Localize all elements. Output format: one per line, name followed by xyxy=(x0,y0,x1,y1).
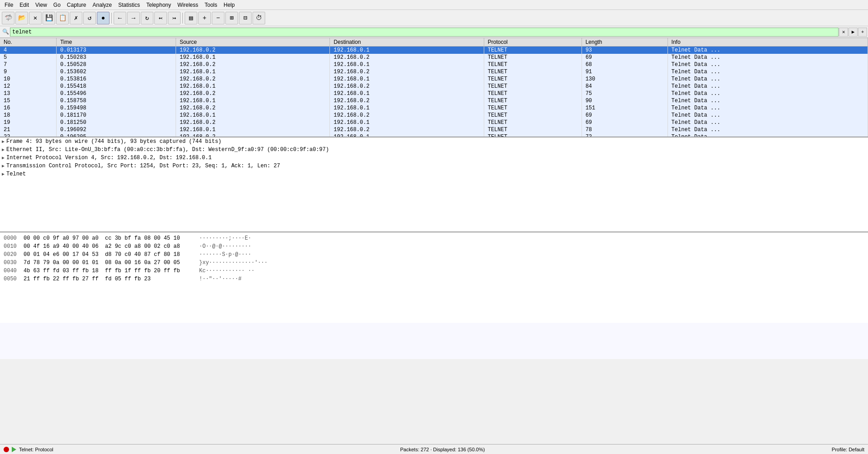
hex-dump: 000000 00 c0 9f a0 97 00 a0 cc 3b bf fa … xyxy=(0,232,868,323)
table-row[interactable]: 180.181170192.168.0.1192.168.0.2TELNET69… xyxy=(0,112,868,119)
cap-start-toolbar-btn[interactable]: ● xyxy=(97,12,110,24)
col-length[interactable]: Length xyxy=(582,38,668,47)
table-row[interactable]: 190.181250192.168.0.2192.168.0.1TELNET69… xyxy=(0,119,868,126)
menu-file[interactable]: File xyxy=(2,1,16,9)
menu-view[interactable]: View xyxy=(33,1,50,9)
forward-toolbar-btn[interactable]: → xyxy=(127,12,140,24)
menu-help[interactable]: Help xyxy=(221,1,238,9)
collapse-toolbar-btn[interactable]: ⊟ xyxy=(239,12,252,24)
packet-list-container: No. Time Source Destination Protocol Len… xyxy=(0,38,868,137)
hex-offset: 0000 xyxy=(4,234,20,242)
cell-info: Telnet Data ... xyxy=(668,104,868,112)
cell-destination: 192.168.0.1 xyxy=(330,76,484,83)
hex-offset: 0010 xyxy=(4,242,20,251)
table-row[interactable]: 150.158758192.168.0.1192.168.0.2TELNET90… xyxy=(0,97,868,104)
cell-info: Telnet Data ... xyxy=(668,90,868,97)
filter-input[interactable] xyxy=(10,28,839,37)
cell-destination: 192.168.0.1 xyxy=(330,104,484,112)
cell-time: 0.181250 xyxy=(56,119,176,126)
cell-destination: 192.168.0.2 xyxy=(330,83,484,90)
cell-protocol: TELNET xyxy=(484,104,582,112)
time-toolbar-btn[interactable]: ⏱ xyxy=(253,12,265,24)
close-cap-toolbar-btn[interactable]: ✕ xyxy=(29,12,42,24)
table-row[interactable]: 210.196092192.168.0.1192.168.0.2TELNET78… xyxy=(0,126,868,133)
table-row[interactable]: 100.153816192.168.0.2192.168.0.1TELNET13… xyxy=(0,76,868,83)
filter-clear-button[interactable]: ✕ xyxy=(839,28,848,37)
table-row[interactable]: 50.150283192.168.0.1192.168.0.2TELNET69T… xyxy=(0,54,868,61)
col-destination[interactable]: Destination xyxy=(330,38,484,47)
cell-destination: 192.168.0.1 xyxy=(330,133,484,137)
filter-apply-button[interactable]: ▶ xyxy=(849,28,858,37)
zin-toolbar-btn[interactable]: + xyxy=(198,12,211,24)
cell-length: 69 xyxy=(582,119,668,126)
hex-row: 002000 01 04 e6 00 17 04 53 d8 70 c0 40 … xyxy=(4,251,864,259)
cell-protocol: TELNET xyxy=(484,119,582,126)
detail-row[interactable]: ▶Ethernet II, Src: Lite-OnU_3b:bf:fa (00… xyxy=(0,146,868,154)
cell-length: 151 xyxy=(582,104,668,112)
export-toolbar-btn[interactable]: ✗ xyxy=(70,12,82,24)
hex-row: 00404b 63 ff fd 03 ff fb 18 ff fb 1f ff … xyxy=(4,267,864,275)
jfwd-toolbar-btn[interactable]: ↣ xyxy=(168,12,181,24)
back-toolbar-btn[interactable]: ← xyxy=(114,12,126,24)
table-row[interactable]: 40.013173192.168.0.2192.168.0.1TELNET93T… xyxy=(0,47,868,54)
prev-toolbar-btn[interactable]: ↻ xyxy=(141,12,153,24)
detail-row[interactable]: ▶Transmission Control Protocol, Src Port… xyxy=(0,162,868,170)
cell-time: 0.155418 xyxy=(56,83,176,90)
menu-statistics[interactable]: Statistics xyxy=(115,1,143,9)
col-time[interactable]: Time xyxy=(56,38,176,47)
table-row[interactable]: 90.153602192.168.0.1192.168.0.2TELNET91T… xyxy=(0,68,868,76)
status-right-text: Profile: Default xyxy=(832,447,864,452)
detail-row[interactable]: ▶Telnet xyxy=(0,170,868,178)
cell-destination: 192.168.0.2 xyxy=(330,68,484,76)
toolbar-separator xyxy=(111,13,112,24)
jback-toolbar-btn[interactable]: ↢ xyxy=(154,12,167,24)
hex-row: 000000 00 c0 9f a0 97 00 a0 cc 3b bf fa … xyxy=(4,234,864,242)
cell-no-: 7 xyxy=(0,61,56,68)
hex-bytes: 00 01 04 e6 00 17 04 53 d8 70 c0 40 87 c… xyxy=(24,251,196,259)
cell-info: Telnet Data ... xyxy=(668,133,868,137)
zout-toolbar-btn[interactable]: − xyxy=(212,12,224,24)
cell-info: Telnet Data ... xyxy=(668,54,868,61)
col-source[interactable]: Source xyxy=(176,38,329,47)
cell-time: 0.153816 xyxy=(56,76,176,83)
cell-no-: 13 xyxy=(0,90,56,97)
menu-edit[interactable]: Edit xyxy=(17,1,32,9)
table-row[interactable]: 220.196205192.168.0.2192.168.0.1TELNET72… xyxy=(0,133,868,137)
col-protocol[interactable]: Protocol xyxy=(484,38,582,47)
col-info[interactable]: Info xyxy=(668,38,868,47)
expand-toolbar-btn[interactable]: ⊞ xyxy=(225,12,238,24)
table-row[interactable]: 130.155496192.168.0.2192.168.0.1TELNET75… xyxy=(0,90,868,97)
packet-list-body: 40.013173192.168.0.2192.168.0.1TELNET93T… xyxy=(0,47,868,138)
status-play-icon xyxy=(12,447,16,452)
hex-offset: 0050 xyxy=(4,275,20,283)
hex-offset: 0040 xyxy=(4,267,20,275)
menu-capture[interactable]: Capture xyxy=(64,1,89,9)
detail-row[interactable]: ▶Frame 4: 93 bytes on wire (744 bits), 9… xyxy=(0,137,868,146)
cell-destination: 192.168.0.2 xyxy=(330,112,484,119)
new-toolbar-btn[interactable]: 🦈 xyxy=(2,12,14,24)
cell-source: 192.168.0.2 xyxy=(176,119,329,126)
cell-time: 0.013173 xyxy=(56,47,176,54)
save-toolbar-btn[interactable]: 💾 xyxy=(43,12,55,24)
menu-analyze[interactable]: Analyze xyxy=(90,1,115,9)
hex-ascii: Kc············ ·· xyxy=(199,267,254,275)
reload-toolbar-btn[interactable]: ↺ xyxy=(83,12,96,24)
save-as-toolbar-btn[interactable]: 📋 xyxy=(56,12,69,24)
menu-telephony[interactable]: Telephony xyxy=(143,1,174,9)
zoom-toolbar-btn[interactable]: ▤ xyxy=(185,12,197,24)
menu-wireless[interactable]: Wireless xyxy=(175,1,201,9)
table-row[interactable]: 160.159498192.168.0.2192.168.0.1TELNET15… xyxy=(0,104,868,112)
cell-length: 84 xyxy=(582,83,668,90)
col-no[interactable]: No. xyxy=(0,38,56,47)
table-row[interactable]: 120.155418192.168.0.1192.168.0.2TELNET84… xyxy=(0,83,868,90)
menu-go[interactable]: Go xyxy=(51,1,63,9)
status-left: Telnet: Protocol xyxy=(4,447,53,452)
hex-ascii: !··"··'·····# xyxy=(199,275,242,283)
filter-add-button[interactable]: + xyxy=(858,28,867,37)
table-row[interactable]: 70.150528192.168.0.2192.168.0.1TELNET68T… xyxy=(0,61,868,68)
expand-icon: ▶ xyxy=(2,147,5,152)
status-left-text: Telnet: Protocol xyxy=(19,447,53,452)
open-toolbar-btn[interactable]: 📂 xyxy=(15,12,28,24)
detail-row[interactable]: ▶Internet Protocol Version 4, Src: 192.1… xyxy=(0,154,868,162)
menu-tools[interactable]: Tools xyxy=(202,1,220,9)
